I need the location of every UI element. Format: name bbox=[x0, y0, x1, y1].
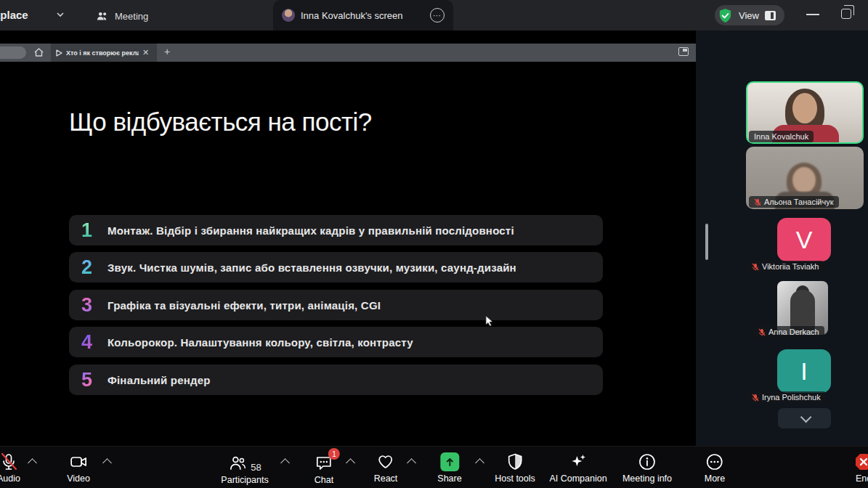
camera-icon bbox=[69, 452, 88, 471]
share-screen-icon bbox=[440, 452, 459, 471]
participant-name-tag: Iryna Polishchuk bbox=[747, 391, 826, 403]
share-options-chevron[interactable] bbox=[475, 458, 484, 468]
avatar-iryna-polishchuk[interactable]: I bbox=[777, 349, 831, 393]
host-tools-label: Host tools bbox=[495, 473, 535, 484]
avatar-initial: I bbox=[800, 357, 807, 386]
video-label: Video bbox=[67, 473, 90, 484]
meeting-info-button[interactable]: Meeting info bbox=[622, 452, 672, 484]
list-number: 3 bbox=[81, 294, 100, 317]
browser-tab-bar: Хто і як створює рекламу? - Ш ✕ + bbox=[0, 44, 696, 62]
participant-name-tag: Альона Танасійчук bbox=[749, 196, 839, 208]
view-label: View bbox=[739, 10, 759, 21]
audio-button[interactable]: Audio bbox=[0, 452, 20, 484]
minimize-button[interactable] bbox=[806, 14, 819, 15]
participants-icon bbox=[228, 454, 247, 473]
panel-scrollbar[interactable] bbox=[705, 224, 708, 260]
list-number: 1 bbox=[81, 219, 100, 242]
browser-edge-control[interactable] bbox=[0, 46, 26, 59]
video-options-chevron[interactable] bbox=[102, 458, 112, 468]
browser-tab-active[interactable]: Хто і як створює рекламу? - Ш ✕ bbox=[51, 44, 157, 62]
share-label: Share bbox=[437, 473, 461, 484]
ai-companion-label: AI Companion bbox=[549, 473, 607, 484]
muted-mic-icon bbox=[752, 263, 759, 271]
mouse-cursor bbox=[485, 315, 494, 327]
chat-button[interactable]: 1 Chat bbox=[315, 452, 333, 485]
close-tab-icon[interactable]: ✕ bbox=[142, 49, 149, 57]
participants-button[interactable]: 58 Participants bbox=[221, 452, 268, 485]
ellipsis-icon bbox=[705, 452, 724, 471]
tab-meeting-label: Meeting bbox=[115, 11, 148, 22]
react-label: React bbox=[374, 473, 398, 484]
slide-list-item: 1 Монтаж. Відбір і збирання найкращих ка… bbox=[69, 215, 603, 245]
muted-mic-icon bbox=[754, 198, 761, 206]
zoom-meeting-window: kplace Meeting Inna Kovalchuk's screen ⋯… bbox=[0, 0, 868, 488]
tab-meeting[interactable]: Meeting bbox=[89, 6, 155, 26]
audio-options-chevron[interactable] bbox=[28, 458, 37, 468]
tab-shared-screen[interactable]: Inna Kovalchuk's screen ⋯ bbox=[273, 0, 453, 30]
avatar-initial: V bbox=[796, 226, 813, 254]
list-number: 4 bbox=[81, 331, 100, 354]
slide-list-item: 3 Графіка та візуальні ефекти, титри, ан… bbox=[69, 290, 603, 320]
muted-mic-icon bbox=[0, 452, 18, 471]
slide-title: Що відбувається на пості? bbox=[69, 107, 372, 137]
meeting-toolbar: Audio Video 58 Participants 1 Chat R bbox=[0, 446, 868, 488]
restore-window-button[interactable] bbox=[841, 9, 851, 19]
share-button[interactable]: Share bbox=[437, 452, 461, 484]
workspace-label[interactable]: kplace bbox=[0, 9, 28, 21]
participant-name: Iryna Polishchuk bbox=[762, 393, 821, 402]
ai-companion-button[interactable]: AI Companion bbox=[549, 452, 607, 484]
list-number: 2 bbox=[81, 256, 100, 279]
end-call-icon bbox=[854, 452, 868, 471]
list-text: Графіка та візуальні ефекти, титри, анім… bbox=[108, 299, 381, 312]
react-button[interactable]: React bbox=[374, 452, 398, 484]
react-options-chevron[interactable] bbox=[407, 458, 416, 468]
participant-name-tag: Viktoriia Tsviakh bbox=[747, 261, 824, 272]
muted-mic-icon bbox=[758, 328, 766, 336]
home-icon[interactable] bbox=[33, 47, 44, 57]
muted-mic-icon bbox=[752, 394, 759, 402]
info-icon bbox=[638, 452, 657, 471]
list-text: Монтаж. Відбір і збирання найкращих кадр… bbox=[108, 224, 514, 237]
end-meeting-button[interactable]: End bbox=[854, 452, 868, 484]
security-shield-icon bbox=[718, 8, 733, 23]
list-text: Фінальний рендер bbox=[108, 374, 211, 386]
participant-name: Inna Kovalchuk bbox=[754, 132, 808, 141]
participants-count: 58 bbox=[251, 462, 261, 473]
more-label: More bbox=[705, 473, 725, 484]
heart-icon bbox=[376, 452, 395, 471]
play-icon bbox=[55, 49, 62, 57]
list-number: 5 bbox=[81, 369, 100, 391]
host-tools-button[interactable]: Host tools bbox=[495, 452, 535, 484]
slide-list-item: 4 Кольорокор. Налаштування кольору, світ… bbox=[69, 327, 603, 357]
more-button[interactable]: More bbox=[705, 452, 725, 484]
meeting-info-label: Meeting info bbox=[622, 473, 672, 484]
chevron-down-icon[interactable] bbox=[57, 11, 64, 18]
video-button[interactable]: Video bbox=[67, 452, 90, 484]
shield-icon bbox=[506, 452, 524, 471]
tab-shared-screen-label: Inna Kovalchuk's screen bbox=[301, 10, 403, 21]
participants-video-panel: Inna Kovalchuk Альона Танасійчук V Vikto… bbox=[696, 30, 868, 446]
collapse-panel-button[interactable] bbox=[778, 408, 831, 428]
slide-list-item: 5 Фінальний рендер bbox=[69, 365, 603, 395]
window-titlebar: kplace Meeting Inna Kovalchuk's screen ⋯… bbox=[0, 0, 868, 30]
browser-tab-title: Хто і як створює рекламу? - Ш bbox=[66, 49, 139, 57]
avatar bbox=[282, 9, 295, 22]
participant-name-tag: Inna Kovalchuk bbox=[749, 131, 814, 142]
shared-screen-content: Хто і як створює рекламу? - Ш ✕ + Що від… bbox=[0, 30, 696, 446]
view-layout-icon bbox=[765, 11, 776, 20]
chat-options-chevron[interactable] bbox=[346, 458, 355, 468]
more-options-icon[interactable]: ⋯ bbox=[430, 8, 445, 23]
avatar-viktoriia-tsviakh[interactable]: V bbox=[777, 218, 831, 261]
sparkle-icon bbox=[569, 452, 588, 471]
end-label: End bbox=[856, 473, 868, 484]
new-tab-button[interactable]: + bbox=[164, 46, 170, 57]
audio-label: Audio bbox=[0, 473, 20, 484]
view-button[interactable]: View bbox=[715, 5, 784, 25]
participant-name: Anna Derkach bbox=[768, 328, 819, 336]
participant-name: Альона Танасійчук bbox=[764, 198, 834, 206]
participants-options-chevron[interactable] bbox=[280, 458, 290, 468]
chat-label: Chat bbox=[315, 475, 333, 485]
slide-list-item: 2 Звук. Чистка шумів, запис або вставлен… bbox=[69, 252, 603, 282]
chevron-down-icon bbox=[800, 411, 812, 423]
popout-window-icon[interactable] bbox=[678, 47, 689, 56]
